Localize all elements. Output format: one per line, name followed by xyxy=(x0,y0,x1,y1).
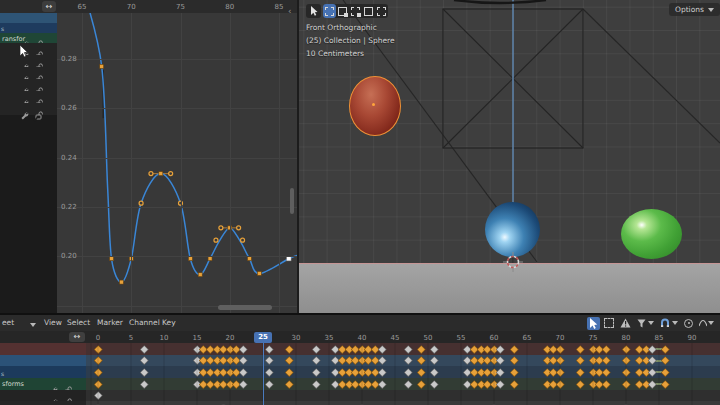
dope-keyrow-object[interactable] xyxy=(86,355,720,367)
keyframe[interactable] xyxy=(557,346,563,352)
keyframe[interactable] xyxy=(339,369,345,375)
keyframe[interactable] xyxy=(339,346,345,352)
keyframe[interactable] xyxy=(497,346,503,352)
keyframe[interactable] xyxy=(603,369,609,375)
keyframe[interactable] xyxy=(379,381,385,387)
dope-channel-group[interactable]: sforms xyxy=(0,378,86,390)
keyframe[interactable] xyxy=(577,381,583,387)
marquee-toggle-button[interactable] xyxy=(602,317,616,330)
keyframe[interactable] xyxy=(405,381,411,387)
keyframe[interactable] xyxy=(557,381,563,387)
keyframe[interactable] xyxy=(418,381,424,387)
keyframe[interactable] xyxy=(497,381,503,387)
keyframe[interactable] xyxy=(372,381,378,387)
keyframe[interactable] xyxy=(464,357,470,363)
graph-plot-area[interactable]: 0.280.260.240.220.20 xyxy=(57,13,297,313)
dope-keyrow-channel-1[interactable] xyxy=(86,390,720,402)
keyframe[interactable] xyxy=(365,369,371,375)
channel-fcurve-row[interactable] xyxy=(0,103,57,115)
keyframe[interactable] xyxy=(478,357,484,363)
keyframe[interactable] xyxy=(220,357,226,363)
select-mode-new-button[interactable] xyxy=(323,4,336,18)
keyframe[interactable] xyxy=(372,369,378,375)
sphere-red-selected[interactable] xyxy=(349,76,401,136)
menu-marker[interactable]: Marker xyxy=(97,318,123,327)
keyframe[interactable] xyxy=(372,346,378,352)
keyframe[interactable] xyxy=(471,357,477,363)
keyframe[interactable] xyxy=(352,357,358,363)
keyframe[interactable] xyxy=(286,346,292,352)
menu-view[interactable]: View xyxy=(44,318,62,327)
channel-action-row[interactable]: s xyxy=(0,23,57,33)
keyframe[interactable] xyxy=(623,369,629,375)
keyframe[interactable] xyxy=(405,357,411,363)
keyframe[interactable] xyxy=(207,369,213,375)
keyframe[interactable] xyxy=(511,357,517,363)
keyframe[interactable] xyxy=(511,381,517,387)
keyframe[interactable] xyxy=(471,369,477,375)
keyframe[interactable] xyxy=(141,357,147,363)
keyframe[interactable] xyxy=(313,369,319,375)
dope-keyrow-summary[interactable] xyxy=(86,343,720,355)
keyframe[interactable] xyxy=(141,381,147,387)
keyframe[interactable] xyxy=(636,357,642,363)
zoom-fit-button[interactable]: ↔ xyxy=(42,1,56,12)
select-mode-subtract-button[interactable] xyxy=(349,4,362,18)
only-selected-toggle-button[interactable] xyxy=(587,317,600,330)
dope-channel-channel-2[interactable] xyxy=(0,401,86,405)
keyframe[interactable] xyxy=(649,357,655,363)
keyframe[interactable] xyxy=(471,381,477,387)
falloff-dropdown-button[interactable] xyxy=(697,317,716,330)
keyframe[interactable] xyxy=(95,357,101,363)
keyframe[interactable] xyxy=(471,346,477,352)
keyframe[interactable] xyxy=(240,357,246,363)
keyframe[interactable] xyxy=(266,381,272,387)
keyframe[interactable] xyxy=(266,369,272,375)
keyframe[interactable] xyxy=(95,381,101,387)
keyframe[interactable] xyxy=(431,381,437,387)
keyframe[interactable] xyxy=(227,357,233,363)
keyframe[interactable] xyxy=(550,357,556,363)
show-errors-toggle-button[interactable] xyxy=(618,317,633,330)
keyframe[interactable] xyxy=(207,357,213,363)
dope-keyrow-action[interactable] xyxy=(86,366,720,378)
tweak-tool-button[interactable] xyxy=(306,4,321,18)
keyframe[interactable] xyxy=(332,369,338,375)
keyframe[interactable] xyxy=(662,369,668,375)
keyframe[interactable] xyxy=(511,346,517,352)
select-mode-intersect-button[interactable] xyxy=(375,4,388,18)
keyframe[interactable] xyxy=(379,357,385,363)
keyframe[interactable] xyxy=(372,357,378,363)
keyframe[interactable] xyxy=(339,357,345,363)
keyframe[interactable] xyxy=(603,357,609,363)
keyframe[interactable] xyxy=(497,357,503,363)
keyframe[interactable] xyxy=(643,357,649,363)
keyframe[interactable] xyxy=(194,357,200,363)
channel-fcurve-row[interactable] xyxy=(0,91,57,103)
keyframe[interactable] xyxy=(649,346,655,352)
graph-hscrollbar[interactable] xyxy=(218,305,272,310)
keyframe[interactable] xyxy=(379,346,385,352)
keyframe[interactable] xyxy=(95,369,101,375)
keyframe[interactable] xyxy=(313,346,319,352)
keyframe[interactable] xyxy=(240,346,246,352)
keyframe[interactable] xyxy=(662,346,668,352)
keyframe[interactable] xyxy=(649,369,655,375)
wrench-icon[interactable] xyxy=(20,105,29,124)
keyframe[interactable] xyxy=(577,346,583,352)
keyframe[interactable] xyxy=(405,346,411,352)
current-frame-line[interactable] xyxy=(263,342,265,405)
keyframe[interactable] xyxy=(484,369,490,375)
proportional-editing-button[interactable] xyxy=(682,317,695,330)
select-mode-invert-button[interactable] xyxy=(362,4,375,18)
keyframe[interactable] xyxy=(286,381,292,387)
channel-group-row[interactable]: ransfor xyxy=(0,33,57,43)
current-frame-badge[interactable]: 25 xyxy=(254,332,272,343)
keyframe[interactable] xyxy=(418,369,424,375)
keyframe[interactable] xyxy=(266,357,272,363)
keyframe[interactable] xyxy=(418,346,424,352)
dope-channel-summary[interactable] xyxy=(0,343,86,355)
keyframe[interactable] xyxy=(557,357,563,363)
keyframe[interactable] xyxy=(352,369,358,375)
channel-fcurve-row[interactable] xyxy=(0,79,57,91)
